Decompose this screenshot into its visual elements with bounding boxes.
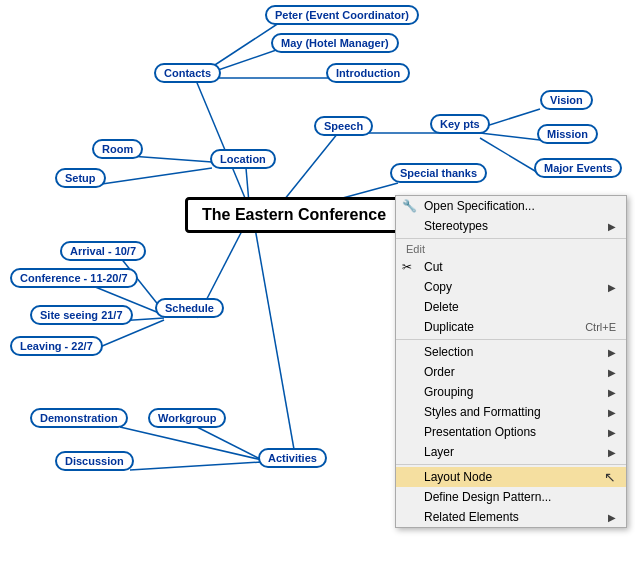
center-node[interactable]: The Eastern Conference: [185, 197, 403, 233]
menu-related[interactable]: Related Elements ▶: [396, 507, 626, 527]
menu-selection[interactable]: Selection ▶: [396, 342, 626, 362]
node-intro[interactable]: Introduction: [326, 63, 410, 83]
node-room[interactable]: Room: [92, 139, 143, 159]
menu-styles[interactable]: Styles and Formatting ▶: [396, 402, 626, 422]
node-contacts[interactable]: Contacts: [154, 63, 221, 83]
menu-duplicate[interactable]: Duplicate Ctrl+E: [396, 317, 626, 337]
spec-icon: 🔧: [402, 199, 417, 213]
node-peter[interactable]: Peter (Event Coordinator): [265, 5, 419, 25]
node-majorevents[interactable]: Major Events: [534, 158, 622, 178]
edit-section-label: Edit: [396, 241, 626, 257]
copy-arrow: ▶: [608, 282, 616, 293]
menu-stereotypes[interactable]: Stereotypes ▶: [396, 216, 626, 236]
node-location[interactable]: Location: [210, 149, 276, 169]
node-conference[interactable]: Conference - 11-20/7: [10, 268, 138, 288]
stereotypes-arrow: ▶: [608, 221, 616, 232]
menu-cut[interactable]: ✂ Cut: [396, 257, 626, 277]
node-keypts[interactable]: Key pts: [430, 114, 490, 134]
menu-layer[interactable]: Layer ▶: [396, 442, 626, 462]
cursor-indicator: ↖: [604, 469, 616, 485]
menu-define-design[interactable]: Define Design Pattern...: [396, 487, 626, 507]
separator-1: [396, 238, 626, 239]
separator-2: [396, 339, 626, 340]
node-vision[interactable]: Vision: [540, 90, 593, 110]
node-activities[interactable]: Activities: [258, 448, 327, 468]
layer-arrow: ▶: [608, 447, 616, 458]
node-discussion[interactable]: Discussion: [55, 451, 134, 471]
menu-presentation[interactable]: Presentation Options ▶: [396, 422, 626, 442]
node-mission[interactable]: Mission: [537, 124, 598, 144]
scissors-icon: ✂: [402, 260, 412, 274]
node-speech[interactable]: Speech: [314, 116, 373, 136]
node-setup[interactable]: Setup: [55, 168, 106, 188]
menu-grouping[interactable]: Grouping ▶: [396, 382, 626, 402]
duplicate-shortcut: Ctrl+E: [585, 321, 616, 333]
grouping-arrow: ▶: [608, 387, 616, 398]
menu-delete[interactable]: Delete: [396, 297, 626, 317]
node-demo[interactable]: Demonstration: [30, 408, 128, 428]
node-site[interactable]: Site seeing 21/7: [30, 305, 133, 325]
presentation-arrow: ▶: [608, 427, 616, 438]
node-arrival[interactable]: Arrival - 10/7: [60, 241, 146, 261]
menu-open-spec[interactable]: 🔧 Open Specification...: [396, 196, 626, 216]
related-arrow: ▶: [608, 512, 616, 523]
menu-copy[interactable]: Copy ▶: [396, 277, 626, 297]
context-menu: 🔧 Open Specification... Stereotypes ▶ Ed…: [395, 195, 627, 528]
order-arrow: ▶: [608, 367, 616, 378]
menu-layout-node[interactable]: Layout Node ↖: [396, 467, 626, 487]
styles-arrow: ▶: [608, 407, 616, 418]
selection-arrow: ▶: [608, 347, 616, 358]
menu-order[interactable]: Order ▶: [396, 362, 626, 382]
node-special[interactable]: Special thanks: [390, 163, 487, 183]
node-may[interactable]: May (Hotel Manager): [271, 33, 399, 53]
node-schedule[interactable]: Schedule: [155, 298, 224, 318]
separator-3: [396, 464, 626, 465]
node-leaving[interactable]: Leaving - 22/7: [10, 336, 103, 356]
node-workgroup[interactable]: Workgroup: [148, 408, 226, 428]
